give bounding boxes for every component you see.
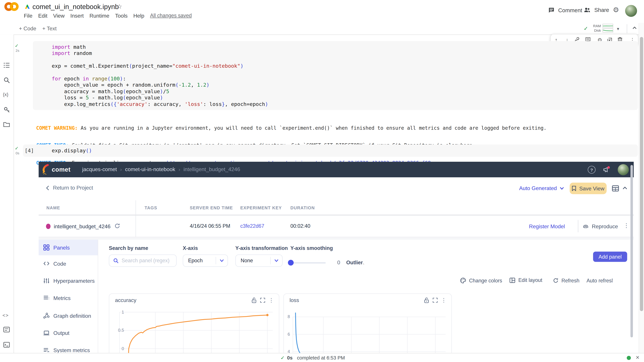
- tab-graph-definition[interactable]: Graph definition: [38, 308, 98, 324]
- experiment-row[interactable]: intelligent_budget_4246 4/16/24 06:55 PM…: [38, 216, 634, 237]
- chart-more-icon[interactable]: ⋮: [269, 297, 274, 303]
- expand-icon[interactable]: [260, 298, 265, 303]
- view-dropdown[interactable]: Auto Generated: [519, 185, 564, 191]
- command-palette-icon[interactable]: [3, 327, 10, 332]
- comet-avatar[interactable]: [618, 164, 629, 175]
- breadcrumb-project[interactable]: comet-ui-in-notebook: [125, 166, 175, 172]
- tab-output[interactable]: Output: [38, 325, 98, 341]
- row-action-divider: [578, 220, 578, 232]
- variables-icon[interactable]: {x}: [3, 92, 8, 97]
- tab-metrics[interactable]: Metrics: [38, 290, 98, 306]
- left-rail: {x} <>: [0, 34, 14, 362]
- menu-runtime[interactable]: Runtime: [90, 13, 109, 19]
- secrets-key-icon[interactable]: [4, 107, 10, 113]
- disk-label: Disk: [593, 28, 601, 32]
- return-to-project-link[interactable]: Return to Project: [46, 185, 93, 191]
- save-view-button[interactable]: Save View: [570, 183, 606, 194]
- files-folder-icon[interactable]: [3, 121, 10, 127]
- colab-logo-icon[interactable]: [4, 1, 19, 12]
- breadcrumb-experiment[interactable]: intelligent_budget_4246: [184, 166, 240, 172]
- menu-help[interactable]: Help: [133, 13, 144, 19]
- code-snippets-icon[interactable]: <>: [2, 313, 9, 318]
- collapse-section-icon[interactable]: [622, 186, 628, 190]
- star-icon[interactable]: ☆: [117, 3, 122, 10]
- settings-gear-icon[interactable]: ⚙: [613, 6, 619, 14]
- add-code-button[interactable]: + Code: [19, 25, 36, 32]
- menu-tools[interactable]: Tools: [115, 13, 128, 19]
- panel-card-loss: 864 loss ⋮: [284, 294, 452, 353]
- expand-icon[interactable]: [432, 298, 438, 303]
- search-input[interactable]: Search panel (regex): [109, 254, 176, 267]
- menu-edit[interactable]: Edit: [38, 13, 48, 19]
- refresh-button[interactable]: Refresh: [553, 278, 580, 284]
- panel-search-icon: [113, 258, 119, 263]
- xaxis-value: Epoch: [188, 258, 216, 264]
- tab-hyperparameters[interactable]: Hyperparameters: [38, 273, 98, 289]
- account-avatar[interactable]: [625, 5, 637, 17]
- comment-button[interactable]: Comment: [548, 7, 582, 13]
- col-header-name[interactable]: NAME: [46, 205, 60, 210]
- collapse-header-icon[interactable]: [632, 25, 638, 31]
- announcements-icon[interactable]: [602, 165, 611, 174]
- tab-code[interactable]: Code: [38, 256, 98, 271]
- sync-icon[interactable]: [114, 223, 120, 229]
- notebook-title[interactable]: comet_ui_in_notebook.ipynb: [32, 3, 118, 11]
- ram-disk-widget[interactable]: RAM Disk: [593, 24, 613, 32]
- page-scrollbar-thumb[interactable]: [640, 37, 643, 311]
- help-icon[interactable]: ?: [588, 166, 596, 174]
- register-model-link[interactable]: Register Model: [529, 223, 565, 229]
- terminal-icon[interactable]: [3, 342, 10, 348]
- output-terminal-icon: [43, 330, 50, 336]
- lock-open-icon[interactable]: [252, 297, 257, 303]
- col-header-tags[interactable]: TAGS: [144, 205, 157, 210]
- ytrans-select[interactable]: None: [235, 254, 282, 267]
- code-cell-2: ✓ 0s [4] exp.display(): [16, 144, 638, 157]
- chart-more-icon[interactable]: ⋮: [441, 297, 446, 303]
- col-header-experiment-key[interactable]: EXPERIMENT KEY: [240, 205, 282, 210]
- iframe-scrollbar[interactable]: [630, 165, 633, 337]
- reproduce-button[interactable]: Reproduce: [582, 223, 618, 229]
- search-icon[interactable]: [4, 77, 10, 83]
- exec-ok-icon: ✓: [584, 25, 588, 32]
- palette-icon: [460, 278, 466, 284]
- comet-brand[interactable]: comet: [52, 166, 70, 173]
- table-of-contents-icon[interactable]: [3, 62, 10, 68]
- cell2-editor[interactable]: [4] exp.display(): [23, 144, 638, 157]
- experiment-name[interactable]: intelligent_budget_4246: [54, 223, 110, 229]
- slider-track[interactable]: [289, 262, 326, 264]
- duration-value: 00:02:40: [290, 223, 310, 229]
- tab-system-metrics[interactable]: System metrics: [38, 342, 98, 353]
- edit-layout-button[interactable]: Edit layout: [509, 278, 542, 283]
- col-header-server-end-time[interactable]: SERVER END TIME: [190, 205, 233, 210]
- add-panel-button[interactable]: Add panel: [593, 252, 627, 262]
- share-button[interactable]: Share: [584, 7, 609, 13]
- experiment-key-link[interactable]: c3fe22d67: [240, 223, 264, 229]
- tab-panels[interactable]: Panels: [38, 240, 98, 255]
- chevron-down-icon: [274, 259, 278, 262]
- comet-logo-icon[interactable]: [42, 163, 51, 176]
- slider-knob[interactable]: [288, 260, 294, 266]
- cell1-success-icon: ✓: [15, 43, 18, 48]
- resources-dropdown-icon[interactable]: ▾: [617, 26, 619, 32]
- menu-insert[interactable]: Insert: [70, 13, 84, 19]
- chevron-left-icon: [46, 185, 49, 190]
- panels-grid-icon: [43, 244, 50, 251]
- smoothing-slider[interactable]: [289, 261, 326, 265]
- chevron-down-icon: [220, 259, 224, 262]
- comet-embed: comet jacques-comet › comet-ui-in-notebo…: [38, 162, 634, 353]
- cell1-editor[interactable]: import mathimport random exp = comet_ml.…: [33, 41, 638, 110]
- row-more-icon[interactable]: ⋮: [624, 222, 629, 229]
- menu-file[interactable]: File: [24, 13, 32, 19]
- lock-open-icon[interactable]: [424, 297, 429, 303]
- chevron-down-icon: [560, 187, 564, 190]
- breadcrumb-workspace[interactable]: jacques-comet: [82, 166, 117, 172]
- close-statusbar-icon[interactable]: ×: [636, 354, 639, 361]
- notebook-toolbar: + Code + Text ✓ RAM Disk ▾: [0, 23, 644, 35]
- table-view-icon[interactable]: [612, 185, 619, 192]
- autosave-status[interactable]: All changes saved: [150, 13, 192, 19]
- add-text-button[interactable]: + Text: [42, 25, 56, 32]
- xaxis-select[interactable]: Epoch: [183, 254, 228, 267]
- menu-view[interactable]: View: [53, 13, 64, 19]
- col-header-duration[interactable]: DURATION: [290, 205, 315, 210]
- change-colors-button[interactable]: Change colors: [460, 278, 502, 284]
